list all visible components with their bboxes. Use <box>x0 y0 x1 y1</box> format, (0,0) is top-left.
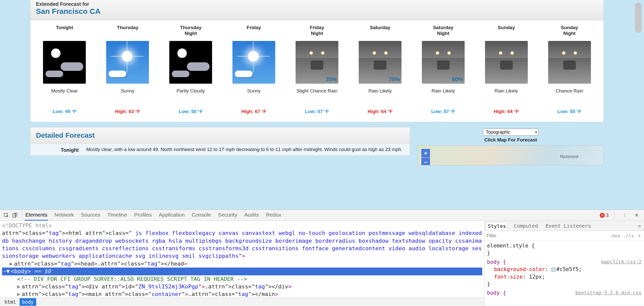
expand-icon[interactable]: ▶ <box>17 283 22 290</box>
forecast-card[interactable]: SundayRain LikelyHigh: 64 °F <box>475 25 538 114</box>
dom-body-selected[interactable]: ⋯▼<body> == $0 <box>2 268 482 275</box>
forecast-icon: 20% <box>296 41 338 84</box>
styles-filter-input[interactable] <box>487 233 607 238</box>
page-scrollbar[interactable] <box>635 3 641 33</box>
forecast-period: FridayNight <box>287 25 347 38</box>
forecast-icon <box>106 41 149 84</box>
forecast-card[interactable]: ThursdaySunnyHigh: 63 °F <box>96 25 159 114</box>
devtools-tab-network[interactable]: Network <box>54 210 74 221</box>
color-swatch[interactable] <box>551 268 555 272</box>
forecast-temp: Low: 49 °F <box>34 109 95 114</box>
dom-doctype: <!DOCTYPE html> <box>2 222 52 229</box>
devtools-menu-icon[interactable]: ⋮ <box>621 212 628 219</box>
precip-probability: 70% <box>389 76 400 83</box>
forecast-map[interactable]: + − Richmond <box>418 145 604 165</box>
map-hint: Click Map For Forecast <box>418 137 604 143</box>
zoom-out-button[interactable]: − <box>421 158 430 165</box>
styles-rules[interactable]: element.style { } mapclick.css:2 body { … <box>485 241 644 306</box>
forecast-condition: Slight Chance Rain <box>287 88 347 101</box>
error-icon: ✕ <box>600 213 605 218</box>
forecast-temp: Low: 57 °F <box>287 109 347 114</box>
forecast-row: TonightMostly ClearLow: 49 °FThursdaySun… <box>30 20 603 122</box>
styles-tab-computed[interactable]: Computed <box>512 222 539 230</box>
devtools-tab-security[interactable]: Security <box>218 210 238 221</box>
rule-source-link[interactable]: bootstrap-3.2.0.min.css <box>575 289 641 296</box>
rule-source-link[interactable]: mapclick.css:2 <box>601 259 641 265</box>
error-badge[interactable]: ✕ 3 <box>600 213 609 218</box>
expand-icon[interactable]: ▶ <box>10 260 14 268</box>
dom-breadcrumbs: htmlbody <box>0 297 484 306</box>
dom-head[interactable]: attrn">class="tag"><head>…attrn">class="… <box>14 261 187 267</box>
dom-main[interactable]: attrn">class="tag"><main attrn">class="c… <box>22 291 278 297</box>
forecast-temp: Low: 55 °F <box>539 109 599 114</box>
detailed-title: Detailed Forecast <box>36 131 404 139</box>
expand-icon[interactable]: ▶ <box>17 290 22 297</box>
map-layer-select[interactable]: Topographic <box>483 129 538 136</box>
device-toggle-icon[interactable] <box>11 212 19 219</box>
map-label-richmond: Richmond <box>560 155 578 159</box>
inspect-icon[interactable] <box>3 212 10 219</box>
forecast-card[interactable]: TonightMostly ClearLow: 49 °F <box>33 25 96 114</box>
forecast-condition: Sunny <box>224 88 284 101</box>
forecast-period: Tonight <box>34 25 95 38</box>
svg-rect-1 <box>13 214 16 217</box>
map-column: Topographic Click Map For Forecast + − R… <box>418 127 604 165</box>
devtools-tab-sources[interactable]: Sources <box>80 210 101 221</box>
styles-tab-styles[interactable]: Styles <box>486 222 508 230</box>
hov-toggle[interactable]: :hov <box>610 233 620 238</box>
breadcrumb-html[interactable]: html <box>2 298 19 306</box>
forecast-icon <box>43 41 86 84</box>
forecast-card[interactable]: Saturday70%Rain LikelyHigh: 64 °F <box>348 25 412 114</box>
dom-html-open[interactable]: attrn">class="tag"><html attrn">class=" … <box>2 229 482 260</box>
cls-toggle[interactable]: .cls <box>623 233 634 238</box>
forecast-period: SaturdayNight <box>413 25 473 38</box>
forecast-card[interactable]: FridaySunnyHigh: 67 °F <box>222 25 286 114</box>
forecast-condition: Rain Likely <box>476 88 536 101</box>
forecast-card[interactable]: SundayNightChance RainLow: 55 °F <box>538 25 601 114</box>
devtools-tab-profiles[interactable]: Profiles <box>134 210 152 221</box>
devtools-tab-console[interactable]: Console <box>191 210 212 221</box>
forecast-icon: 70% <box>359 41 401 84</box>
forecast-temp: Low: 50 °F <box>161 109 221 114</box>
forecast-temp: High: 63 °F <box>98 109 158 114</box>
forecast-icon: 60% <box>422 41 465 84</box>
forecast-icon <box>232 41 275 84</box>
forecast-condition: Chance Rain <box>539 88 599 101</box>
devtools-toolbar: ElementsNetworkSourcesTimelineProfilesAp… <box>0 210 644 221</box>
forecast-temp: High: 64 °F <box>350 109 410 114</box>
dom-tree[interactable]: <!DOCTYPE html> attrn">class="tag"><html… <box>0 221 484 297</box>
forecast-location-link[interactable]: San Francisco CA <box>36 7 101 15</box>
rule-selector: body { <box>487 259 506 265</box>
forecast-card[interactable]: SaturdayNight60%Rain LikelyLow: 57 °F <box>412 25 475 114</box>
zoom-in-button[interactable]: + <box>421 149 430 158</box>
styles-tab-event-listeners[interactable]: Event Listeners <box>544 222 593 230</box>
add-rule-icon[interactable]: ＋ <box>636 232 642 239</box>
devtools-tabs: ElementsNetworkSourcesTimelineProfilesAp… <box>25 210 282 221</box>
detailed-header: Detailed Forecast <box>30 127 410 144</box>
forecast-period: Sunday <box>476 25 536 38</box>
precip-probability: 20% <box>326 76 337 83</box>
forecast-card[interactable]: FridayNight20%Slight Chance RainLow: 57 … <box>286 25 349 114</box>
devtools-tab-elements[interactable]: Elements <box>25 210 48 221</box>
more-tabs-icon[interactable]: » <box>636 222 642 230</box>
rule-element-style: element.style { <box>487 243 535 249</box>
forecast-condition: Mostly Clear <box>34 88 95 101</box>
forecast-condition: Rain Likely <box>413 88 473 101</box>
forecast-temp: High: 64 °F <box>476 109 536 114</box>
devtools-panel: ElementsNetworkSourcesTimelineProfilesAp… <box>0 210 644 306</box>
forecast-condition: Rain Likely <box>350 88 410 101</box>
devtools-tab-timeline[interactable]: Timeline <box>107 210 128 221</box>
forecast-card[interactable]: ThursdayNightPartly CloudyLow: 50 °F <box>159 25 222 114</box>
styles-filter-row: :hov .cls ＋ <box>485 231 644 241</box>
devtools-tab-audits[interactable]: Audits <box>244 210 259 221</box>
devtools-tab-application[interactable]: Application <box>158 210 185 221</box>
dom-comment: <!-- DIV FOR CFI GROUP SURVEY::ALSO REQU… <box>17 276 247 282</box>
detailed-row-label: Tonight <box>36 146 79 153</box>
forecast-period: Saturday <box>350 25 410 38</box>
detailed-row: Tonight Mostly clear, with a low around … <box>30 144 410 156</box>
dom-div[interactable]: attrn">class="tag"><div attrn">id="ZN_9t… <box>22 283 292 290</box>
breadcrumb-body[interactable]: body <box>20 298 36 306</box>
devtools-close-icon[interactable]: ✕ <box>633 212 640 219</box>
devtools-tab-redux[interactable]: Redux <box>265 210 282 221</box>
forecast-temp: High: 67 °F <box>224 109 284 114</box>
